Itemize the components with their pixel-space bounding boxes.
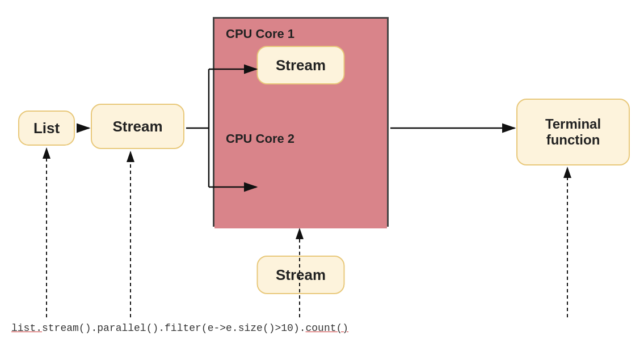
code-list: list. xyxy=(11,322,42,334)
cpu-core-1-box: CPU Core 1 Stream xyxy=(214,19,387,124)
code-line: list.stream().parallel().filter(e->e.siz… xyxy=(11,322,633,334)
cpu-core-2-label: CPU Core 2 xyxy=(226,131,294,146)
cpu-container: CPU Core 1 Stream CPU Core 2 Stream xyxy=(213,17,389,227)
code-count: count() xyxy=(306,322,349,334)
stream-main-node: Stream xyxy=(91,104,184,149)
cpu-core-1-label: CPU Core 1 xyxy=(226,27,294,41)
terminal-function-node: Terminal function xyxy=(516,99,630,165)
code-stream-parallel: stream().parallel().filter(e->e.size()>1… xyxy=(42,322,305,334)
diagram-container: CPU Core 1 Stream CPU Core 2 Stream List… xyxy=(0,0,644,344)
list-node: List xyxy=(18,111,75,146)
stream-core1-node: Stream xyxy=(257,46,345,84)
stream-core2-node: Stream xyxy=(257,256,345,294)
cpu-core-2-box: CPU Core 2 Stream xyxy=(214,124,387,228)
